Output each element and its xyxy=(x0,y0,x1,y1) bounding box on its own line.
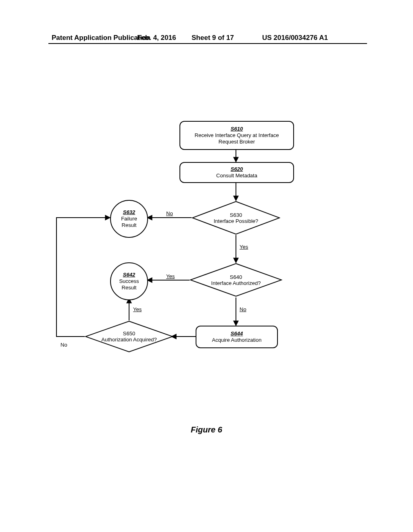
header-rule xyxy=(48,43,367,44)
result-s632: S632 Failure Result xyxy=(110,200,148,238)
decision-s640: S640 Interface Authorized? xyxy=(190,263,282,297)
header-date: Feb. 4, 2016 xyxy=(137,34,176,42)
step-text: Interface Authorized? xyxy=(211,280,261,286)
step-code: S640 xyxy=(230,274,242,280)
result-s642: S642 Success Result xyxy=(110,262,148,300)
step-text: Consult Metadata xyxy=(216,172,257,179)
step-text: Success xyxy=(119,278,139,285)
edge-label-no: No xyxy=(165,210,174,216)
figure-caption: Figure 6 xyxy=(0,425,413,434)
step-text: Result xyxy=(122,285,137,291)
header-sheet: Sheet 9 of 17 xyxy=(192,34,234,42)
decision-s650: S650 Authorization Acquired? xyxy=(85,320,173,353)
step-text: Acquire Authorization xyxy=(212,337,262,343)
edge-label-yes: Yes xyxy=(165,273,175,279)
decision-s630: S630 Interface Possible? xyxy=(192,201,280,235)
edge-label-yes: Yes xyxy=(239,244,249,250)
step-s644: S644 Acquire Authorization xyxy=(196,326,278,348)
step-code: S610 xyxy=(231,126,243,132)
flowchart: S610 Receive Interface Query at Interfac… xyxy=(52,121,302,379)
step-text: Failure xyxy=(121,216,137,222)
step-s620: S620 Consult Metadata xyxy=(179,162,294,183)
step-text: Receive Interface Query at Interface xyxy=(195,132,279,139)
step-text: Request Broker xyxy=(219,139,255,145)
step-code: S650 xyxy=(123,330,135,337)
step-code: S642 xyxy=(123,272,135,278)
step-text: Result xyxy=(122,222,137,229)
edge-label-yes: Yes xyxy=(132,306,142,312)
step-text: Authorization Acquired? xyxy=(101,337,156,343)
edge-label-no: No xyxy=(60,342,68,348)
step-code: S620 xyxy=(231,166,243,172)
edge-label-no: No xyxy=(239,306,247,312)
step-s610: S610 Receive Interface Query at Interfac… xyxy=(179,121,294,150)
header-pubno: US 2016/0034276 A1 xyxy=(262,34,328,42)
step-code: S630 xyxy=(230,212,242,218)
step-code: S644 xyxy=(231,330,243,337)
step-text: Interface Possible? xyxy=(214,218,259,224)
step-code: S632 xyxy=(123,209,135,216)
header-publication: Patent Application Publication xyxy=(52,34,150,42)
